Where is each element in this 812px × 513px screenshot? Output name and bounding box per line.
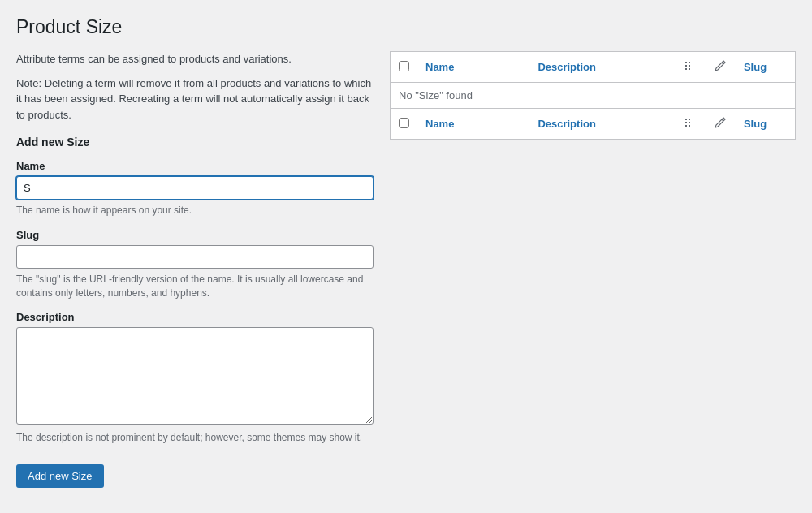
slug-field-group: Slug The "slug" is the URL-friendly vers… — [16, 229, 374, 300]
table-header-row: Name Description — [391, 52, 796, 83]
terms-table: Name Description — [390, 51, 796, 140]
add-new-size-button[interactable]: Add new Size — [16, 464, 104, 488]
svg-line-13 — [722, 119, 723, 121]
intro-text: Attribute terms can be assigned to produ… — [16, 51, 374, 67]
edit-icon-header — [705, 52, 736, 83]
name-input[interactable] — [16, 176, 374, 200]
name-label: Name — [16, 160, 374, 172]
svg-rect-11 — [685, 125, 687, 127]
svg-rect-4 — [685, 68, 687, 70]
no-items-message: No "Size" found — [391, 83, 796, 109]
name-sort-link[interactable]: Name — [425, 61, 454, 73]
select-all-checkbox[interactable] — [399, 61, 409, 71]
svg-rect-0 — [685, 62, 687, 63]
no-items-row: No "Size" found — [391, 83, 796, 109]
svg-rect-7 — [685, 119, 687, 120]
reorder-icon-footer-icon — [682, 120, 697, 132]
add-new-heading: Add new Size — [16, 136, 374, 149]
svg-rect-8 — [689, 119, 690, 120]
slug-label: Slug — [16, 229, 374, 241]
edit-icon — [713, 63, 728, 75]
description-label: Description — [16, 311, 374, 323]
table-footer-row: Name Description — [391, 109, 796, 140]
description-hint: The description is not prominent by defa… — [16, 431, 374, 445]
slug-footer-sort-link[interactable]: Slug — [744, 118, 767, 130]
name-column-header[interactable]: Name — [417, 52, 529, 83]
select-all-header — [391, 52, 418, 83]
edit-icon-footer — [705, 109, 736, 140]
svg-rect-10 — [689, 122, 690, 123]
slug-hint: The "slug" is the URL-friendly version o… — [16, 273, 374, 300]
name-field-group: Name The name is how it appears on your … — [16, 160, 374, 218]
description-column-header[interactable]: Description — [529, 52, 674, 83]
svg-rect-9 — [685, 122, 687, 123]
reorder-icon-footer — [674, 109, 705, 140]
reorder-icon — [682, 63, 697, 75]
svg-line-6 — [722, 63, 723, 64]
left-panel: Attribute terms can be assigned to produ… — [16, 51, 374, 488]
svg-rect-3 — [689, 65, 690, 67]
name-footer-sort-link[interactable]: Name — [425, 118, 454, 130]
note-text: Note: Deleting a term will remove it fro… — [16, 75, 374, 123]
select-all-footer-checkbox[interactable] — [399, 118, 409, 128]
svg-rect-12 — [689, 125, 690, 127]
description-field-group: Description The description is not promi… — [16, 311, 374, 445]
description-footer-header[interactable]: Description — [529, 109, 674, 140]
description-footer-sort-link[interactable]: Description — [538, 118, 596, 130]
right-panel: Name Description — [390, 51, 796, 140]
select-all-footer-header — [391, 109, 418, 140]
edit-icon-footer-icon — [713, 120, 728, 132]
reorder-icon-header — [674, 52, 705, 83]
slug-footer-header[interactable]: Slug — [736, 109, 796, 140]
svg-rect-5 — [689, 68, 690, 70]
page-title: Product Size — [16, 16, 796, 38]
slug-column-header[interactable]: Slug — [736, 52, 796, 83]
description-textarea[interactable] — [16, 327, 374, 425]
slug-sort-link[interactable]: Slug — [744, 61, 767, 73]
name-footer-header[interactable]: Name — [417, 109, 529, 140]
description-sort-link[interactable]: Description — [538, 61, 596, 73]
name-hint: The name is how it appears on your site. — [16, 204, 374, 218]
svg-rect-2 — [685, 65, 687, 67]
slug-input[interactable] — [16, 245, 374, 269]
svg-rect-1 — [689, 62, 690, 63]
